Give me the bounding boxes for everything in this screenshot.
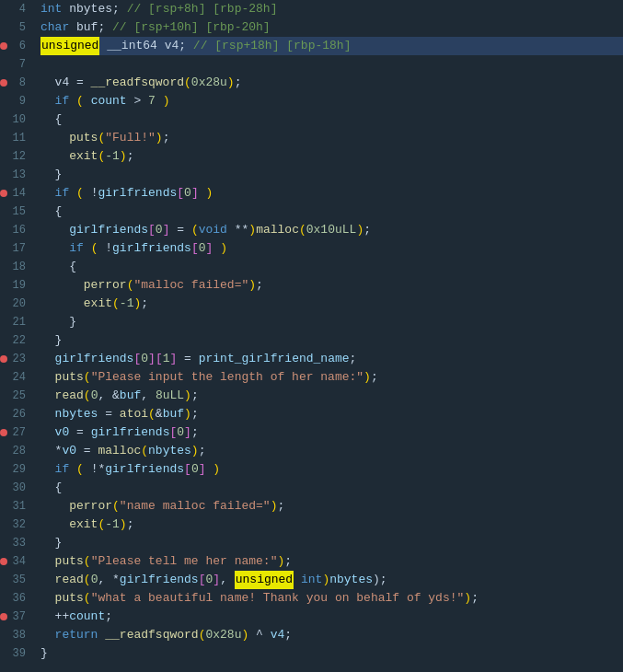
breakpoint-active[interactable]	[0, 355, 7, 363]
token-plain: ;	[284, 552, 292, 571]
token-var: nbytes	[148, 442, 191, 460]
breakpoint-inactive[interactable]	[0, 521, 7, 528]
breakpoint-inactive[interactable]	[0, 134, 7, 142]
token-paren: (	[199, 626, 206, 644]
token-plain	[40, 405, 55, 423]
token-plain: {	[40, 479, 62, 497]
breakpoint-inactive[interactable]	[0, 61, 7, 68]
breakpoint-active[interactable]	[0, 613, 7, 620]
breakpoint-inactive[interactable]	[0, 484, 7, 492]
line-number: 11	[9, 132, 26, 145]
code-line: nbytes = atoi(&buf);	[40, 405, 623, 423]
line-number: 38	[9, 629, 26, 642]
gutter-line: 17	[0, 239, 29, 258]
token-plain: }	[40, 313, 76, 331]
breakpoint-inactive[interactable]	[0, 631, 7, 639]
token-kw: int	[40, 0, 62, 18]
breakpoint-inactive[interactable]	[0, 411, 7, 418]
breakpoint-inactive[interactable]	[0, 226, 7, 234]
breakpoint-inactive[interactable]	[0, 98, 7, 105]
breakpoint-inactive[interactable]	[0, 392, 7, 400]
gutter-line: 20	[0, 295, 29, 313]
token-paren: (	[112, 295, 120, 313]
token-plain: ;	[127, 516, 134, 534]
code-line: v4 = __readfsqword(0x28u);	[40, 74, 623, 92]
breakpoint-inactive[interactable]	[0, 24, 7, 31]
breakpoint-inactive[interactable]	[0, 466, 7, 473]
breakpoint-inactive[interactable]	[0, 282, 7, 289]
gutter-line: 8	[0, 74, 29, 92]
line-number: 10	[9, 113, 26, 126]
breakpoint-inactive[interactable]	[0, 319, 7, 326]
token-plain	[40, 350, 55, 368]
token-paren: )	[120, 147, 127, 166]
line-number: 24	[9, 371, 26, 384]
breakpoint-active[interactable]	[0, 190, 7, 197]
breakpoint-inactive[interactable]	[0, 245, 7, 252]
token-plain: ;	[105, 608, 112, 626]
token-fn: exit	[84, 295, 112, 313]
token-plain: ;	[235, 74, 242, 92]
gutter-line: 10	[0, 110, 29, 129]
token-kw: return	[55, 626, 98, 644]
breakpoint-inactive[interactable]	[0, 116, 7, 123]
breakpoint-inactive[interactable]	[0, 374, 7, 381]
line-number: 5	[9, 21, 26, 34]
token-fn: __readfsqword	[91, 74, 184, 92]
token-plain: }	[40, 644, 48, 663]
token-paren: )	[248, 276, 256, 295]
breakpoint-inactive[interactable]	[0, 595, 7, 602]
breakpoint-inactive[interactable]	[0, 503, 7, 510]
breakpoint-inactive[interactable]	[0, 447, 7, 455]
token-comment: // [rsp+18h] [rbp-18h]	[193, 37, 352, 55]
line-number: 30	[9, 481, 26, 494]
token-fn: exit	[69, 516, 98, 534]
token-paren: )	[248, 221, 256, 239]
breakpoint-inactive[interactable]	[0, 539, 7, 547]
line-number: 27	[9, 426, 26, 439]
code-line: perror("malloc failed=");	[40, 276, 623, 295]
breakpoint-inactive[interactable]	[0, 263, 7, 271]
token-fn: atoi	[120, 405, 148, 423]
token-plain: **	[227, 221, 248, 239]
token-num: 0	[191, 460, 199, 479]
breakpoint-inactive[interactable]	[0, 650, 7, 657]
token-paren: )	[271, 497, 278, 516]
token-paren: )	[206, 184, 213, 203]
breakpoint-active[interactable]	[0, 79, 7, 87]
token-num: 0	[156, 221, 163, 239]
gutter-line: 14	[0, 184, 29, 203]
token-highlight-yellow: unsigned	[40, 37, 99, 55]
line-number: 23	[9, 353, 26, 365]
breakpoint-active[interactable]	[0, 429, 7, 436]
token-bracket: [	[148, 221, 156, 239]
breakpoint-inactive[interactable]	[0, 171, 7, 179]
breakpoint-inactive[interactable]	[0, 576, 7, 584]
breakpoint-inactive[interactable]	[0, 153, 7, 160]
gutter-line: 37	[0, 608, 29, 626]
breakpoint-active[interactable]	[0, 558, 7, 565]
breakpoint-inactive[interactable]	[0, 6, 7, 13]
token-plain	[40, 147, 69, 166]
gutter-line: 5	[0, 18, 29, 37]
token-bracket: ]	[199, 460, 206, 479]
token-num: 0	[199, 239, 206, 258]
code-line: if ( !girlfriends[0] )	[40, 184, 623, 203]
token-plain: ;	[471, 589, 479, 608]
token-plain	[213, 239, 220, 258]
gutter-line: 23	[0, 350, 29, 368]
gutter-line: 25	[0, 387, 29, 405]
line-number: 8	[9, 76, 26, 89]
breakpoint-inactive[interactable]	[0, 337, 7, 344]
token-paren: )	[156, 129, 163, 147]
gutter-line: 29	[0, 460, 29, 479]
code-line: if ( count > 7 )	[40, 92, 623, 110]
breakpoint-active[interactable]	[0, 42, 7, 50]
token-plain: =	[169, 221, 190, 239]
token-plain	[69, 460, 76, 479]
breakpoint-inactive[interactable]	[0, 208, 7, 215]
token-plain: ;	[191, 405, 199, 423]
token-paren: )	[163, 92, 170, 110]
breakpoint-inactive[interactable]	[0, 300, 7, 307]
token-plain	[40, 589, 55, 608]
